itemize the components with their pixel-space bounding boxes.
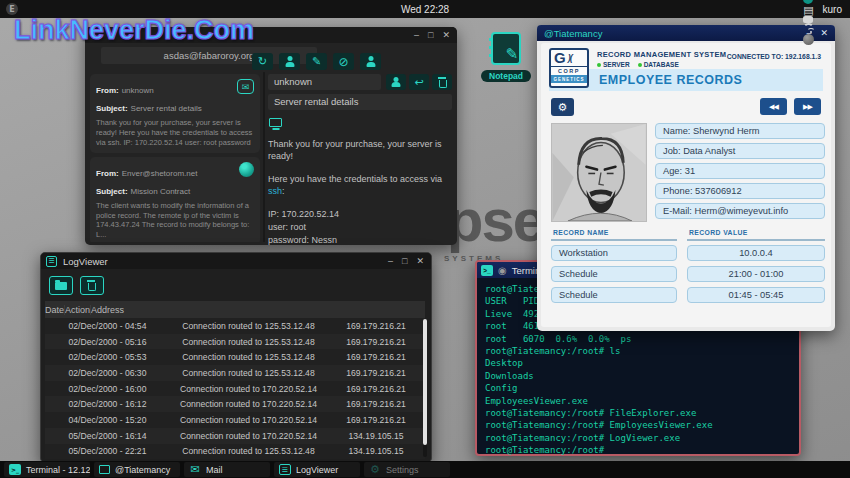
log-address: 169.179.216.21 — [327, 352, 425, 362]
taskbar-item[interactable]: @Tiatemancy — [94, 462, 180, 477]
open-log-icon[interactable] — [49, 276, 73, 295]
record-name-cell[interactable]: Workstation — [551, 245, 677, 261]
taskbar-item[interactable]: Terminal - 12.12.1... — [4, 462, 90, 477]
log-row[interactable]: 05/Dec/2000 - 16:14 Connection routed to… — [45, 428, 425, 444]
status-dot-icon — [597, 63, 601, 67]
record-value-cell[interactable]: 10.0.0.4 — [687, 245, 825, 261]
terminal-icon — [9, 464, 21, 475]
compose-icon[interactable] — [306, 53, 327, 70]
settings-gear-button[interactable]: ⚙ — [551, 98, 574, 116]
employee-field[interactable]: Age: 31 — [655, 163, 825, 179]
records-window: @Tiatemancy – ✕ G)( CORP GENETICS RECORD… — [537, 25, 835, 331]
pane-divider[interactable] — [263, 72, 265, 242]
close-button[interactable]: ✕ — [442, 30, 450, 40]
header-rule — [687, 239, 825, 241]
log-row[interactable]: 02/Dec/2000 - 16:00 Connection routed to… — [45, 381, 425, 397]
records-titlebar[interactable]: @Tiatemancy – ✕ — [537, 25, 835, 41]
reader-actions — [386, 74, 452, 90]
reader-subject-field[interactable]: Server rental details — [268, 94, 452, 110]
record-name-header: RECORD NAME — [553, 229, 609, 236]
minimize-button[interactable]: – — [414, 30, 419, 40]
wifi-icon[interactable] — [803, 23, 814, 34]
employee-field[interactable]: Job: Data Analyst — [655, 143, 825, 159]
maximize-button[interactable]: □ — [402, 256, 407, 266]
log-row[interactable]: 02/Dec/2000 - 04:54 Connection routed to… — [45, 318, 425, 334]
gc-corp-genetics-logo: G)( CORP GENETICS — [549, 48, 589, 88]
record-value-cell[interactable]: 21:00 - 01:00 — [687, 266, 825, 282]
previous-record-button[interactable]: ◀◀ — [760, 98, 787, 115]
terminal-prompt-icon: >_ — [481, 265, 493, 276]
record-row: Schedule 01:45 - 05:45 — [551, 287, 825, 303]
desktop-icon-notepad[interactable]: Notepad — [480, 32, 532, 83]
log-action: Connection routed to 125.53.12.48 — [170, 321, 327, 331]
add-contact-icon[interactable] — [360, 53, 381, 70]
log-row[interactable]: 04/Dec/2000 - 15:20 Connection routed to… — [45, 412, 425, 428]
subject-label: Subject: — [96, 104, 128, 113]
log-date: 04/Dec/2000 - 15:20 — [45, 415, 170, 425]
employee-field[interactable]: E-Mail: Herm@wimeyevut.info — [655, 203, 825, 219]
block-icon[interactable] — [333, 53, 354, 70]
log-address: 134.19.105.15 — [327, 431, 425, 441]
contacts-icon[interactable] — [279, 53, 300, 70]
mail-body-text: : — [282, 186, 285, 196]
remote-machine-icon[interactable] — [269, 118, 282, 127]
taskbar-item[interactable]: Settings — [364, 462, 450, 477]
status-dot-icon — [638, 63, 642, 67]
minimize-button[interactable]: – — [388, 256, 393, 266]
log-date: 02/Dec/2000 - 04:54 — [45, 321, 170, 331]
logo-genetics: GENETICS — [551, 75, 587, 83]
record-value-cell[interactable]: 01:45 - 05:45 — [687, 287, 825, 303]
refresh-mail-icon[interactable] — [252, 53, 273, 70]
log-row[interactable]: 05/Dec/2000 - 22:21 Connection routed to… — [45, 444, 425, 460]
employee-field[interactable]: Phone: 537606912 — [655, 183, 825, 199]
log-row[interactable]: 02/Dec/2000 - 05:16 Connection routed to… — [45, 334, 425, 350]
logviewer-titlebar[interactable]: ☰ LogViewer – □ ✕ — [41, 253, 431, 269]
toolbar-icon — [85, 279, 99, 292]
log-row[interactable]: 02/Dec/2000 - 05:53 Connection routed to… — [45, 349, 425, 365]
email-from: unknown — [122, 86, 154, 95]
subject-label: Subject: — [96, 187, 128, 196]
terminal-settings-icon[interactable]: ◉ — [498, 265, 507, 276]
close-button[interactable]: ✕ — [416, 256, 424, 266]
maximize-button[interactable]: □ — [428, 30, 433, 40]
clipboard-icon[interactable] — [803, 4, 815, 16]
eclipse-os-logo-icon[interactable]: E — [6, 3, 18, 15]
ssh-link[interactable]: ssh — [268, 186, 282, 196]
log-column-header[interactable]: Address — [91, 305, 124, 315]
taskbar-item[interactable]: Mail — [184, 462, 270, 477]
scrollbar-thumb[interactable] — [423, 319, 427, 445]
reader-from-field[interactable]: unknown — [268, 74, 381, 90]
delete-icon[interactable] — [432, 74, 452, 90]
clock: Wed 22:28 — [401, 4, 449, 15]
employee-fields: Name: Sherwynd HermJob: Data AnalystAge:… — [655, 123, 825, 223]
record-row: Schedule 21:00 - 01:00 — [551, 266, 825, 282]
taskbar-item-label: Mail — [206, 465, 223, 475]
email-subject: Mission Contract — [131, 187, 191, 196]
log-column-header[interactable]: Date — [45, 305, 65, 315]
record-name-cell[interactable]: Schedule — [551, 266, 677, 282]
employee-field[interactable]: Name: Sherwynd Herm — [655, 123, 825, 139]
next-record-button[interactable]: ▶▶ — [794, 98, 821, 115]
mail-body-ip: IP: 170.220.52.14 — [268, 208, 452, 220]
record-name-cell[interactable]: Schedule — [551, 287, 677, 303]
mail-body-line: Thank you for your purchase, your server… — [268, 138, 452, 162]
log-column-header[interactable]: Action — [65, 305, 91, 315]
notepad-icon — [491, 32, 521, 65]
reply-icon[interactable] — [409, 74, 429, 90]
terminal-line: root 6070 0.6% 0.0% ps — [485, 333, 799, 345]
taskbar-item-label: Terminal - 12.12.1... — [26, 465, 90, 475]
records-window-title: @Tiatemancy — [537, 28, 602, 39]
site-watermark: LinkNeverDie.Com — [14, 15, 254, 46]
contact-icon[interactable] — [386, 74, 406, 90]
chat-icon[interactable] — [803, 16, 813, 23]
email-list-item[interactable]: From:Enver@shetorom.net Subject:Mission … — [90, 157, 260, 242]
log-row[interactable]: 02/Dec/2000 - 06:30 Connection routed to… — [45, 365, 425, 381]
user-avatar-icon[interactable] — [803, 34, 814, 45]
log-row[interactable]: 02/Dec/2000 - 16:12 Connection routed to… — [45, 396, 425, 412]
scrollbar[interactable] — [423, 319, 427, 457]
records-card: G)( CORP GENETICS RECORD MANAGEMENT SYST… — [541, 43, 831, 327]
taskbar-item[interactable]: LogViewer — [274, 462, 360, 477]
email-from: Enver@shetorom.net — [122, 169, 198, 178]
clear-log-icon[interactable] — [80, 276, 104, 295]
email-list-item[interactable]: From:unknown Subject:Server rental detai… — [90, 74, 260, 153]
